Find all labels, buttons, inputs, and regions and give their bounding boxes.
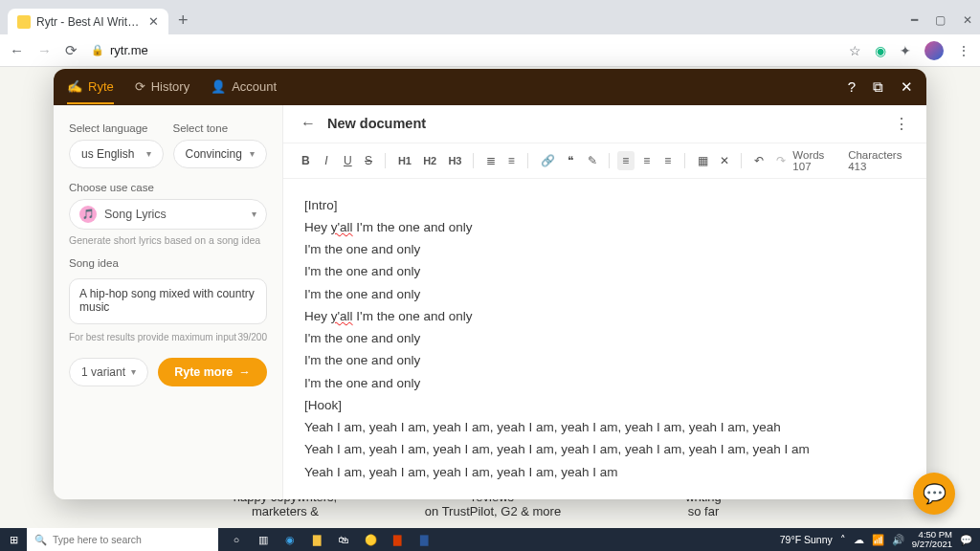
word-count: Words 107 — [792, 149, 838, 172]
store-icon[interactable]: 🛍 — [331, 528, 356, 551]
open-external-icon[interactable]: ⧉ — [873, 78, 883, 96]
usecase-select[interactable]: 🎵 Song Lyrics ▾ — [69, 199, 267, 230]
music-icon: 🎵 — [79, 206, 97, 223]
windows-taskbar: ⊞ 🔍 Type here to search ○ ▥ ◉ ▇ 🛍 🟡 ▇ ▇ … — [0, 528, 980, 551]
underline-button[interactable]: U — [339, 151, 356, 170]
align-center-button[interactable]: ≡ — [638, 151, 656, 170]
idea-counter: 39/200 — [237, 332, 267, 342]
bold-button[interactable]: B — [297, 151, 314, 170]
back-arrow-icon[interactable]: ← — [301, 115, 316, 132]
document-title[interactable]: New document — [327, 116, 882, 131]
idea-label: Song idea — [69, 257, 267, 269]
close-tab-icon[interactable]: ✕ — [148, 14, 159, 29]
clear-format-button[interactable]: ✕ — [715, 151, 733, 170]
task-view-icon[interactable]: ▥ — [251, 528, 276, 551]
new-tab-button[interactable]: + — [168, 11, 198, 34]
cortana-icon[interactable]: ○ — [224, 528, 249, 551]
app-modal: ✍ Ryte ⟳ History 👤 Account ? ⧉ ✕ Select … — [54, 69, 926, 499]
edge-icon[interactable]: ◉ — [278, 528, 302, 551]
redo-button[interactable]: ↷ — [771, 151, 790, 170]
minimize-icon[interactable]: ━ — [911, 13, 918, 27]
favicon — [17, 15, 31, 29]
bullet-list-button[interactable]: ≣ — [481, 151, 500, 170]
onedrive-icon[interactable]: ☁ — [854, 534, 864, 545]
align-left-button[interactable]: ≡ — [617, 151, 635, 170]
reload-icon[interactable]: ⟳ — [65, 42, 78, 59]
volume-icon[interactable]: 🔊 — [892, 534, 904, 546]
explorer-icon[interactable]: ▇ — [304, 528, 329, 551]
tray-chevron-icon[interactable]: ˄ — [840, 534, 846, 545]
usecase-label: Choose use case — [69, 182, 267, 193]
profile-avatar[interactable] — [924, 41, 944, 60]
clock[interactable]: 4:50 PM 9/27/2021 — [912, 530, 952, 550]
chevron-down-icon: ▾ — [252, 209, 256, 219]
taskbar-search[interactable]: 🔍 Type here to search — [27, 528, 218, 551]
history-icon: ⟳ — [135, 79, 145, 94]
close-modal-icon[interactable]: ✕ — [901, 78, 913, 96]
office-icon[interactable]: ▇ — [385, 528, 410, 551]
url-field[interactable]: 🔒 rytr.me — [91, 43, 835, 57]
account-icon: 👤 — [211, 79, 226, 94]
variant-select[interactable]: 1 variant ▾ — [69, 358, 148, 386]
maximize-icon[interactable]: ▢ — [935, 13, 946, 27]
star-icon[interactable]: ☆ — [849, 43, 861, 58]
word-icon[interactable]: ▇ — [412, 528, 436, 551]
usecase-hint: Generate short lyrics based on a song id… — [69, 234, 267, 246]
tab-ryte[interactable]: ✍ Ryte — [67, 79, 114, 104]
window-close-icon[interactable]: ✕ — [963, 13, 972, 27]
strike-button[interactable]: S — [360, 151, 377, 170]
address-bar: ← → ⟳ 🔒 rytr.me ☆ ◉ ✦ ⋮ — [0, 34, 980, 67]
language-select[interactable]: us English ▾ — [69, 140, 164, 168]
h2-button[interactable]: H2 — [418, 152, 439, 169]
back-icon[interactable]: ← — [10, 42, 24, 58]
tab-title: Rytr - Best AI Writer, Content Ge… — [36, 15, 143, 29]
document-content[interactable]: [Intro]Hey y'all I'm the one and onlyI'm… — [283, 179, 926, 499]
chat-fab[interactable]: 💬 — [913, 473, 955, 515]
extensions-icon[interactable]: ✦ — [900, 43, 911, 58]
url-text: rytr.me — [110, 43, 148, 57]
language-label: Select language — [69, 122, 164, 134]
start-button[interactable]: ⊞ — [0, 534, 27, 545]
notifications-icon[interactable]: 💬 — [960, 534, 972, 546]
align-right-button[interactable]: ≡ — [659, 151, 677, 170]
chat-icon: 💬 — [923, 482, 947, 505]
quote-button[interactable]: ❝ — [562, 151, 579, 170]
h1-button[interactable]: H1 — [393, 152, 414, 169]
idea-input[interactable]: A hip-hop song mixed with country music — [69, 278, 267, 324]
link-button[interactable]: 🔗 — [536, 151, 558, 170]
editor: ← New document ⋮ B I U S H1 H2 H3 ≣ ≡ 🔗 … — [283, 105, 926, 499]
chrome-icon[interactable]: 🟡 — [358, 528, 383, 551]
chevron-down-icon: ▾ — [131, 366, 136, 377]
tone-label: Select tone — [173, 122, 268, 134]
sidebar: Select language us English ▾ Select tone… — [54, 105, 283, 499]
editor-toolbar: B I U S H1 H2 H3 ≣ ≡ 🔗 ❝ ✎ ≡ ≡ ≡ ▦ — [283, 143, 926, 179]
idea-hint: For best results provide maximum input — [69, 332, 236, 342]
tab-history[interactable]: ⟳ History — [135, 79, 189, 94]
ryte-more-button[interactable]: Ryte more → — [158, 358, 267, 386]
chevron-down-icon: ▾ — [146, 148, 151, 159]
browser-tab[interactable]: Rytr - Best AI Writer, Content Ge… ✕ — [8, 9, 168, 34]
search-icon: 🔍 — [34, 534, 47, 546]
insert-button[interactable]: ▦ — [693, 151, 712, 170]
tone-select[interactable]: Convincing ▾ — [173, 140, 268, 168]
chrome-tab-strip: Rytr - Best AI Writer, Content Ge… ✕ + ━… — [0, 0, 980, 34]
help-icon[interactable]: ? — [848, 78, 856, 96]
window-controls: ━ ▢ ✕ — [911, 13, 972, 34]
forward-icon[interactable]: → — [37, 42, 52, 58]
wifi-icon[interactable]: 📶 — [872, 534, 884, 546]
char-count: Characters 413 — [848, 149, 913, 172]
undo-button[interactable]: ↶ — [749, 151, 768, 170]
tab-account[interactable]: 👤 Account — [211, 79, 277, 94]
h3-button[interactable]: H3 — [443, 152, 464, 169]
italic-button[interactable]: I — [318, 151, 335, 170]
search-placeholder: Type here to search — [53, 534, 142, 545]
lock-icon: 🔒 — [91, 44, 104, 56]
document-menu-icon[interactable]: ⋮ — [894, 115, 909, 133]
highlight-button[interactable]: ✎ — [583, 151, 601, 170]
ordered-list-button[interactable]: ≡ — [502, 151, 520, 170]
modal-header: ✍ Ryte ⟳ History 👤 Account ? ⧉ ✕ — [54, 69, 926, 105]
weather-widget[interactable]: 79°F Sunny — [780, 534, 833, 545]
extension-icon[interactable]: ◉ — [875, 43, 886, 58]
chevron-down-icon: ▾ — [250, 148, 255, 159]
menu-icon[interactable]: ⋮ — [957, 43, 970, 58]
